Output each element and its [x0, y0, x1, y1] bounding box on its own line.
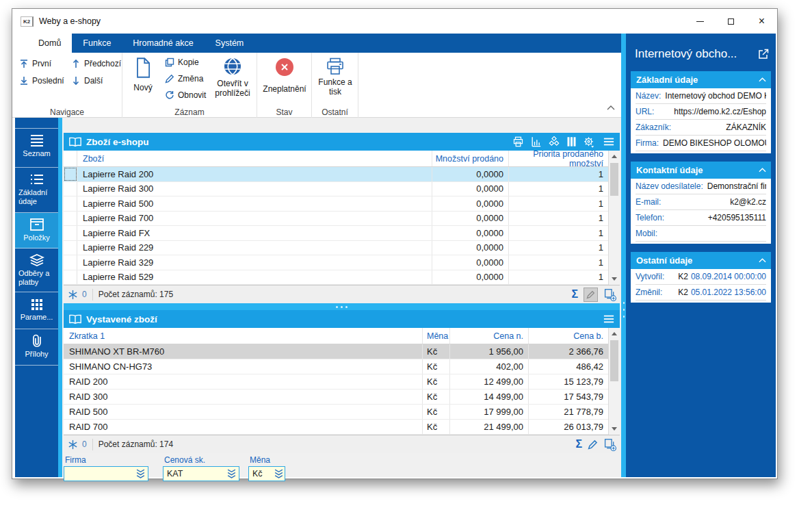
row-selector[interactable]	[64, 212, 77, 226]
col-cena-n[interactable]: Cena n.	[450, 328, 529, 344]
maximize-button[interactable]	[716, 9, 746, 34]
tab-funkce[interactable]: Funkce	[72, 34, 122, 53]
functions-print-button[interactable]: Funkce a tisk	[313, 58, 357, 97]
sidebar-item-zakladni-udaje[interactable]: Základní údaje	[15, 168, 58, 213]
open-in-browser-button[interactable]: Otevřít v prohlížeči	[211, 57, 254, 98]
row-selector[interactable]	[64, 226, 77, 240]
dropdown-chevrons-icon[interactable]	[136, 469, 145, 479]
previous-button[interactable]: Předchozí	[71, 59, 121, 68]
row-selector[interactable]	[64, 167, 77, 181]
close-button[interactable]: ×	[746, 9, 777, 34]
field-label: Telefon:	[636, 213, 664, 222]
col-zkratka[interactable]: Zkratka 1	[64, 328, 423, 344]
chevron-up-icon[interactable]	[759, 168, 766, 173]
table1-row[interactable]: Lapierre Raid 529 0,0000 1	[64, 270, 608, 285]
edit-mode-button[interactable]	[584, 288, 598, 302]
print-icon[interactable]	[512, 136, 524, 147]
chevron-up-icon[interactable]	[759, 258, 766, 263]
sum-icon[interactable]: Σ	[571, 288, 578, 301]
table1-row[interactable]: Lapierre Raid 200 0,0000 1	[64, 167, 608, 182]
external-link-icon	[758, 49, 769, 60]
table1-row[interactable]: Lapierre Raid 329 0,0000 1	[64, 255, 608, 270]
col-zbozi[interactable]: Zboží	[77, 151, 432, 166]
row-selector[interactable]	[64, 255, 77, 270]
horizontal-splitter[interactable]	[64, 303, 620, 310]
sidebar-item-polozky[interactable]: Položky	[15, 213, 58, 248]
scroll-down-icon[interactable]	[609, 424, 620, 434]
collapse-ribbon-button[interactable]	[607, 101, 615, 113]
row-selector[interactable]	[64, 270, 77, 285]
new-button[interactable]: Nový	[128, 57, 158, 92]
tab-hromadne-akce[interactable]: Hromadné akce	[122, 34, 204, 53]
scroll-up-icon[interactable]	[609, 151, 620, 162]
table2-row[interactable]: RAID 200 Kč 12 499,00 15 123,79	[64, 374, 608, 390]
first-button[interactable]: První	[19, 59, 51, 68]
col-mena[interactable]: Měna	[423, 328, 450, 344]
edit-button[interactable]: Změna	[165, 74, 203, 84]
col-priorita[interactable]: Priorita prodaného množství	[509, 151, 608, 166]
table2-scrollbar[interactable]	[608, 328, 620, 435]
sidebar-item-seznam[interactable]: Seznam	[15, 129, 58, 168]
cell-zbozi: Lapierre Raid 229	[77, 241, 432, 255]
section-header[interactable]: Základní údaje	[631, 71, 771, 88]
main-area: Zboží e-shopu Zboží Množství prodáno Pri…	[62, 118, 621, 477]
cell-cena-n: 402,00	[450, 359, 529, 374]
sidebar-item-parametry[interactable]: Parame...	[15, 292, 58, 329]
next-button[interactable]: Další	[71, 76, 103, 86]
table2-row[interactable]: RAID 300 Kč 14 499,00 17 543,79	[64, 390, 608, 405]
section-header[interactable]: Kontaktní údaje	[631, 162, 771, 179]
scroll-thumb[interactable]	[610, 340, 618, 381]
table1-row[interactable]: Lapierre Raid 229 0,0000 1	[64, 241, 608, 256]
dropdown-chevrons-icon[interactable]	[274, 469, 283, 479]
table1-row[interactable]: Lapierre Raid 700 0,0000 1	[64, 212, 608, 227]
table2-row[interactable]: SHIMANO CN-HG73 Kč 402,00 486,42	[64, 359, 608, 374]
table1-row[interactable]: Lapierre Raid FX 0,0000 1	[64, 226, 608, 241]
scroll-up-icon[interactable]	[609, 329, 620, 339]
sidebar-item-odbery-a-platby[interactable]: Odběry a platby	[15, 248, 58, 292]
modules-icon[interactable]	[548, 136, 560, 147]
scroll-thumb[interactable]	[610, 163, 618, 196]
row-selector[interactable]	[64, 182, 77, 196]
sidebar-item-prilohy[interactable]: Přílohy	[15, 329, 58, 366]
tab-domu[interactable]: Domů	[27, 34, 72, 53]
row-selector[interactable]	[64, 196, 77, 211]
cell-priorita: 1	[509, 167, 608, 181]
last-button[interactable]: Poslední	[19, 76, 64, 86]
gear-icon[interactable]	[583, 136, 594, 148]
table2-row[interactable]: SHIMANO XT BR-M760 Kč 1 956,00 2 366,76	[64, 344, 608, 359]
copy-add-icon[interactable]	[603, 288, 616, 301]
invalidate-button[interactable]: Zneplatnění	[258, 58, 311, 94]
pencil-icon[interactable]	[588, 439, 598, 450]
sum-icon[interactable]: Σ	[575, 438, 582, 450]
filter-label-firma: Firma	[65, 455, 86, 465]
table2-row[interactable]: RAID 500 Kč 17 999,00 21 778,79	[64, 405, 608, 420]
copy-button[interactable]: Kopie	[165, 58, 199, 67]
refresh-button[interactable]: Obnovit	[165, 90, 206, 100]
list-icon	[29, 173, 44, 186]
dropdown-chevrons-icon[interactable]	[227, 469, 236, 479]
table2-row[interactable]: RAID 700 Kč 21 499,00 26 013,79	[64, 420, 608, 435]
vertical-splitter[interactable]	[621, 34, 626, 477]
copy-add-icon[interactable]	[603, 438, 616, 451]
ribbon-group-zaznam: Nový Kopie Změna Obnovit Otevřít v prohl…	[122, 53, 257, 118]
menu-icon[interactable]	[603, 137, 614, 146]
table1-row[interactable]: Lapierre Raid 500 0,0000 1	[64, 196, 608, 212]
col-cena-b[interactable]: Cena b.	[529, 328, 608, 344]
scroll-down-icon[interactable]	[609, 274, 620, 284]
ribbon-group-navigace: První Poslední Předchozí Další Navigace	[12, 53, 122, 118]
section-header[interactable]: Ostatní údaje	[631, 252, 771, 269]
minimize-button[interactable]	[685, 9, 716, 34]
columns-icon[interactable]	[566, 136, 577, 147]
table1-scrollbar[interactable]	[608, 151, 620, 285]
menu-icon[interactable]	[603, 314, 614, 324]
field-value: https://demo.k2.cz/Eshop	[658, 107, 766, 116]
row-selector[interactable]	[64, 241, 77, 255]
field-row: Změnil: K205.01.2022 13:56:00	[636, 285, 766, 301]
open-external-button[interactable]	[758, 49, 769, 62]
col-mnozstvi-prodano[interactable]: Množství prodáno	[432, 151, 509, 166]
table1-row[interactable]: Lapierre Raid 300 0,0000 1	[64, 182, 608, 197]
table1-title: Zboží e-shopu	[86, 137, 149, 147]
tab-system[interactable]: Systém	[205, 34, 255, 53]
chevron-up-icon[interactable]	[759, 77, 766, 82]
chart-icon[interactable]	[530, 136, 542, 147]
